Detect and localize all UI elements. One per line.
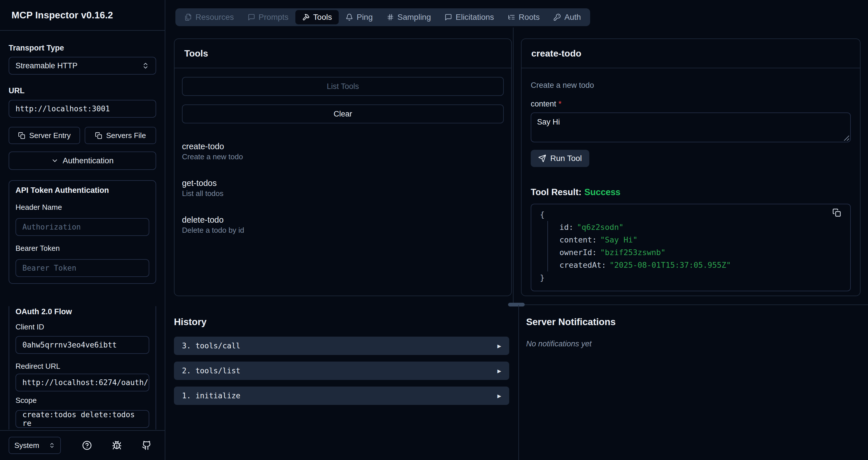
tool-result-status: Success — [584, 187, 621, 197]
tools-panel-body: List Tools Clear create-todo Create a ne… — [175, 68, 511, 234]
bearer-token-label: Bearer Token — [16, 244, 149, 253]
history-row-tools-call[interactable]: 3. tools/call ▶ — [174, 337, 509, 355]
redirect-url-value: http://localhost:6274/oauth/ — [22, 378, 148, 387]
tool-list-item-create-todo[interactable]: create-todo Create a new todo — [182, 142, 504, 161]
required-marker: * — [559, 100, 562, 108]
tab-resources[interactable]: Resources — [178, 10, 241, 24]
redirect-url-label: Redirect URL — [16, 362, 149, 371]
tool-description: List all todos — [182, 189, 504, 197]
server-notifications-panel: Server Notifications No notifications ye… — [526, 317, 859, 349]
tool-result-json: { id:"q6z2sodn" content:"Say Hi" ownerId… — [531, 204, 851, 291]
chevrons-up-down-icon — [49, 442, 55, 449]
theme-select[interactable]: System — [9, 437, 61, 454]
url-value: http://localhost:3001 — [16, 104, 110, 113]
client-id-input[interactable]: 0ahw5qrrnv3eo4ve6ibtt — [16, 336, 149, 354]
vertical-pane-divider[interactable] — [513, 28, 514, 305]
list-tools-button[interactable]: List Tools — [182, 77, 504, 96]
hammer-icon — [302, 13, 310, 21]
tool-list-item-delete-todo[interactable]: delete-todo Delete a todo by id — [182, 215, 504, 234]
tool-runner-title: create-todo — [522, 39, 860, 68]
history-label: 3. tools/call — [182, 341, 241, 350]
footer-icons — [82, 440, 152, 451]
tool-description: Delete a todo by id — [182, 226, 504, 234]
expand-arrow-icon: ▶ — [497, 367, 501, 374]
tab-tools[interactable]: Tools — [296, 10, 339, 24]
sidebar: MCP Inspector v0.16.2 Transport Type Str… — [0, 0, 165, 460]
transport-type-value: Streamable HTTP — [16, 61, 78, 70]
bottom-pane-divider — [518, 305, 519, 460]
server-notifications-title: Server Notifications — [526, 317, 859, 327]
url-input[interactable]: http://localhost:3001 — [9, 100, 156, 118]
tab-sampling[interactable]: Sampling — [380, 10, 438, 24]
expand-arrow-icon: ▶ — [497, 342, 501, 350]
tool-description: Create a new todo — [182, 153, 504, 161]
authentication-toggle[interactable]: Authentication — [9, 152, 156, 170]
chevrons-up-down-icon — [142, 62, 149, 69]
tool-list: create-todo Create a new todo get-todos … — [182, 142, 504, 234]
tab-auth[interactable]: Auth — [547, 10, 588, 24]
json-key: id: — [559, 223, 574, 232]
servers-file-button[interactable]: Servers File — [85, 127, 156, 144]
redirect-url-input[interactable]: http://localhost:6274/oauth/ — [16, 374, 149, 391]
copy-result-icon[interactable] — [832, 208, 842, 218]
help-icon[interactable] — [82, 440, 92, 451]
send-icon — [538, 154, 546, 162]
tab-label: Elicitations — [456, 12, 494, 22]
expand-arrow-icon: ▶ — [497, 392, 501, 399]
tab-roots[interactable]: Roots — [501, 10, 547, 24]
tab-prompts[interactable]: Prompts — [241, 10, 296, 24]
client-id-value: 0ahw5qrrnv3eo4ve6ibtt — [22, 341, 117, 349]
scope-value: create:todos delete:todos re — [22, 410, 143, 428]
tool-name: get-todos — [182, 178, 504, 188]
bell-icon — [346, 13, 353, 21]
header-name-placeholder: Authorization — [22, 223, 81, 231]
scope-label: Scope — [16, 396, 149, 405]
server-entry-button[interactable]: Server Entry — [9, 127, 80, 144]
tab-label: Tools — [313, 12, 332, 22]
history-row-tools-list[interactable]: 2. tools/list ▶ — [174, 362, 509, 380]
bearer-token-placeholder: Bearer Token — [22, 264, 76, 272]
bearer-token-input[interactable]: Bearer Token — [16, 259, 149, 277]
tab-ping[interactable]: Ping — [339, 10, 379, 24]
pane-resize-handle[interactable] — [508, 303, 525, 306]
run-tool-button[interactable]: Run Tool — [531, 150, 589, 167]
textarea-resize-grip[interactable] — [844, 135, 849, 141]
json-line: id:"q6z2sodn" — [559, 221, 850, 234]
tab-elicitations[interactable]: Elicitations — [438, 10, 501, 24]
tab-label: Prompts — [259, 12, 288, 22]
tool-runner-panel: create-todo Create a new todo content* S… — [521, 38, 861, 296]
sidebar-header: MCP Inspector v0.16.2 — [0, 0, 165, 31]
json-key: content: — [559, 235, 597, 244]
run-tool-label: Run Tool — [550, 154, 582, 163]
json-value: "bzif253zswnb" — [600, 248, 665, 257]
servers-file-label: Servers File — [106, 131, 146, 140]
json-line: ownerId:"bzif253zswnb" — [559, 246, 850, 259]
oauth-flow-card: OAuth 2.0 Flow Client ID 0ahw5qrrnv3eo4v… — [9, 306, 156, 430]
copy-icon — [95, 132, 102, 139]
oauth-flow-title: OAuth 2.0 Flow — [16, 307, 149, 316]
tool-runner-description: Create a new todo — [531, 81, 851, 90]
tool-name: create-todo — [182, 142, 504, 151]
api-token-title: API Token Authentication — [16, 186, 149, 195]
server-entry-label: Server Entry — [29, 131, 71, 140]
tab-label: Ping — [356, 12, 373, 22]
json-key: createdAt: — [559, 261, 606, 269]
chevron-down-icon — [51, 157, 59, 164]
tool-result-label: Tool Result: — [531, 187, 582, 197]
json-entries: id:"q6z2sodn" content:"Say Hi" ownerId:"… — [547, 221, 850, 271]
key-icon — [553, 13, 561, 21]
github-icon[interactable] — [141, 440, 152, 451]
scope-input[interactable]: create:todos delete:todos re — [16, 410, 149, 428]
transport-type-select[interactable]: Streamable HTTP — [9, 57, 156, 75]
tool-list-item-get-todos[interactable]: get-todos List all todos — [182, 178, 504, 197]
clear-tools-button[interactable]: Clear — [182, 104, 504, 123]
json-open-brace: { — [540, 208, 850, 221]
bug-icon[interactable] — [112, 440, 122, 451]
history-row-initialize[interactable]: 1. initialize ▶ — [174, 387, 509, 405]
transport-type-label: Transport Type — [9, 43, 156, 53]
header-name-input[interactable]: Authorization — [16, 218, 149, 236]
sidebar-footer: System — [0, 430, 165, 460]
copy-button-row: Server Entry Servers File — [9, 127, 156, 144]
content-textarea[interactable]: Say Hi — [531, 112, 851, 142]
field-label-text: content — [531, 100, 556, 108]
